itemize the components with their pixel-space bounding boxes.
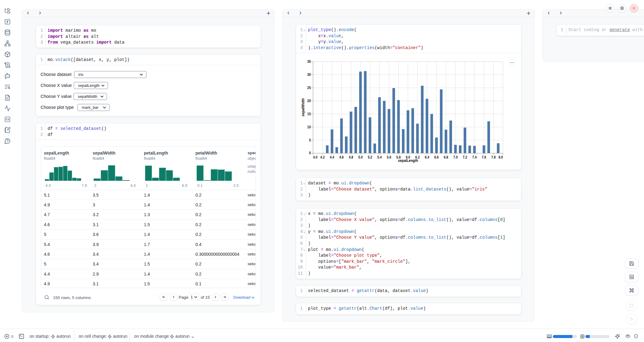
svg-text:sepalWidth: sepalWidth xyxy=(301,98,305,116)
svg-text:6.6: 6.6 xyxy=(434,155,439,159)
svg-text:8.0: 8.0 xyxy=(499,155,503,159)
svg-text:7.0: 7.0 xyxy=(453,155,458,159)
svg-text:6.4: 6.4 xyxy=(425,155,429,159)
svg-text:7.6: 7.6 xyxy=(482,155,486,159)
svg-text:20: 20 xyxy=(307,99,311,103)
svg-text:5.0: 5.0 xyxy=(358,155,363,159)
svg-text:5.2: 5.2 xyxy=(368,155,372,159)
svg-text:6.8: 6.8 xyxy=(444,155,448,159)
svg-text:25: 25 xyxy=(307,86,311,90)
svg-text:7.2: 7.2 xyxy=(463,155,467,159)
svg-text:15: 15 xyxy=(307,112,311,116)
svg-text:4.4: 4.4 xyxy=(330,155,335,159)
svg-text:5: 5 xyxy=(309,138,311,142)
svg-text:4.0: 4.0 xyxy=(313,155,318,159)
svg-text:7.4: 7.4 xyxy=(472,155,477,159)
svg-text:0: 0 xyxy=(309,151,311,155)
svg-text:5.4: 5.4 xyxy=(377,155,382,159)
svg-text:30: 30 xyxy=(307,73,311,77)
svg-text:sepalLength: sepalLength xyxy=(398,158,418,163)
svg-text:4.2: 4.2 xyxy=(320,155,325,159)
svg-text:35: 35 xyxy=(307,59,311,64)
svg-text:4.8: 4.8 xyxy=(349,155,353,159)
svg-text:7.8: 7.8 xyxy=(491,155,496,159)
svg-text:4.6: 4.6 xyxy=(339,155,344,159)
svg-text:5.6: 5.6 xyxy=(387,155,391,159)
svg-text:10: 10 xyxy=(307,125,311,129)
